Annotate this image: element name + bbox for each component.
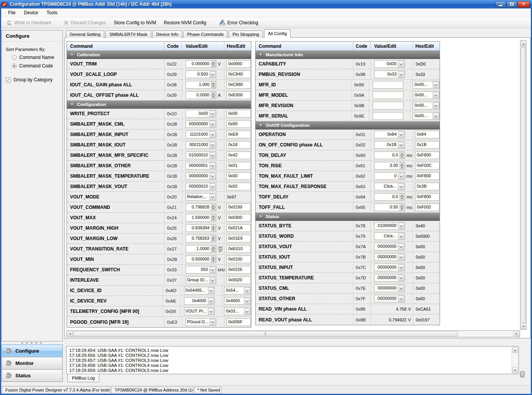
toolbar-restore-nvm-config[interactable]: Restore NVM Config [161, 19, 209, 27]
hex-editbox[interactable]: 0x0226 [226, 266, 251, 274]
log-scroll-up-button[interactable] [512, 347, 518, 353]
dropdown-arrow-icon[interactable] [398, 244, 404, 250]
spin-up-button[interactable] [400, 152, 404, 155]
dropdown-arrow-icon[interactable] [398, 264, 404, 271]
dropdown-arrow-icon[interactable] [398, 71, 404, 77]
dropdown-arrow-icon[interactable] [208, 308, 214, 314]
dropdown-arrow-icon[interactable] [244, 308, 250, 314]
spin-up-button[interactable] [211, 246, 216, 249]
value-dropdown[interactable]: Group ID... [186, 276, 216, 284]
section-header-on-off-configuration[interactable]: ▼On/Off Configuration [256, 121, 440, 129]
value-dropdown[interactable]: 00000001 [186, 162, 216, 170]
hex-editbox[interactable]: 0xE010 [226, 245, 251, 253]
value-spinbox[interactable]: 1.500000 [186, 214, 216, 222]
radio-command-name[interactable]: Command Name [12, 55, 62, 60]
hex-editbox[interactable]: 0x42 [226, 151, 251, 159]
value-textbox[interactable] [373, 91, 403, 99]
dropdown-arrow-icon[interactable] [209, 267, 216, 273]
value-dropdown[interactable]: 00011000 [186, 141, 216, 149]
value-spinbox[interactable]: 0.000000 [186, 60, 216, 68]
checkbox-group-by-category[interactable]: ✓Group by Category [6, 77, 62, 82]
spin-down-button[interactable] [211, 218, 216, 221]
maximize-button[interactable] [507, 1, 517, 8]
vertical-scrollbar[interactable] [520, 40, 527, 330]
hex-editbox[interactable]: 0x3B [415, 183, 440, 190]
value-dropdown[interactable]: Click... [374, 183, 405, 190]
vertical-scrollbar-thumb[interactable] [521, 47, 526, 323]
hex-editbox[interactable]: 0xE8 [226, 131, 251, 138]
value-dropdown[interactable]: PGood O... [186, 318, 216, 326]
column-header-command[interactable]: Command [67, 42, 164, 50]
dropdown-arrow-icon[interactable] [398, 142, 404, 148]
dropdown-arrow-icon[interactable] [433, 82, 439, 88]
toolbar-error-checking[interactable]: Error Checking [216, 18, 261, 27]
value-dropdown[interactable]: 00000010 [186, 183, 216, 190]
column-header-code[interactable]: Code [164, 42, 182, 50]
section-header-configuration[interactable]: ▼Configuration [67, 101, 251, 109]
spin-up-button[interactable] [211, 256, 216, 259]
spin-up-button[interactable] [211, 204, 216, 207]
value-dropdown[interactable]: 00000000 [186, 120, 216, 128]
dropdown-arrow-icon[interactable] [209, 131, 216, 138]
section-header-status[interactable]: ▼Status [256, 213, 440, 221]
section-header-manufacturer-info[interactable]: ▼Manufacturer Info [256, 51, 440, 59]
hex-editbox[interactable]: 0xE000 [226, 91, 251, 99]
column-header-hex-edit[interactable]: Hex/Edit [224, 42, 251, 50]
hex-editbox[interactable]: 0xF800 [415, 193, 440, 201]
tab-pmbus-log[interactable]: PMBus Log [67, 374, 99, 382]
value-textbox[interactable] [373, 112, 403, 120]
scrollbar-track[interactable] [458, 331, 514, 336]
dropdown-arrow-icon[interactable] [209, 163, 216, 169]
value-dropdown[interactable]: 0 [374, 172, 405, 180]
value-spinbox[interactable]: 0.0 [374, 151, 405, 159]
dropdown-arrow-icon[interactable] [209, 142, 216, 148]
scroll-left-button[interactable] [67, 331, 73, 336]
hex-dropdown[interactable]: 0x03... [224, 308, 251, 315]
hex-editbox[interactable]: 0x1B [415, 141, 440, 149]
horizontal-scrollbar-thumb[interactable] [73, 331, 458, 336]
value-dropdown[interactable]: 0x1B [374, 141, 405, 149]
value-spinbox[interactable]: 0.500000 [186, 255, 216, 263]
dropdown-arrow-icon[interactable] [209, 173, 216, 179]
value-dropdown[interactable]: 11101000 [186, 131, 216, 138]
dropdown-arrow-icon[interactable] [244, 298, 250, 304]
value-dropdown[interactable]: 0x54495... [184, 287, 215, 294]
dropdown-arrow-icon[interactable] [398, 61, 404, 67]
value-spinbox[interactable]: 0.839394 [186, 224, 216, 232]
hex-editbox[interactable]: 0xC880 [226, 81, 251, 89]
tab-smbalert-mask[interactable]: SMBALERT# Mask [105, 30, 151, 38]
hex-editbox[interactable]: 0x0300 [226, 214, 251, 222]
horizontal-scrollbar[interactable] [66, 330, 520, 337]
spin-down-button[interactable] [211, 228, 216, 231]
toolbar-store-config-to-nvm[interactable]: Store Config to NVM [111, 19, 159, 27]
value-spinbox[interactable]: 1.000 [186, 81, 216, 89]
spin-up-button[interactable] [211, 235, 216, 239]
menu-file[interactable]: File [4, 9, 19, 16]
hex-dropdown[interactable]: 0x00... [413, 81, 440, 89]
hex-editbox[interactable]: 0xF002 [415, 203, 440, 211]
dropdown-arrow-icon[interactable] [398, 296, 404, 302]
value-dropdown[interactable]: 0x4000 [184, 297, 215, 305]
value-dropdown[interactable]: VOUT: Pr... [184, 308, 215, 315]
scroll-up-button[interactable] [521, 41, 526, 47]
sidebar-splitter-handle[interactable]: ■ ■ ■ ■ ■ [2, 341, 63, 344]
value-dropdown[interactable]: 00000000 [374, 295, 405, 303]
dropdown-arrow-icon[interactable] [209, 319, 216, 325]
hex-editbox[interactable]: 0x0000 [226, 60, 251, 68]
nav-configure[interactable]: tiConfigure [2, 345, 63, 357]
dropdown-arrow-icon[interactable] [398, 233, 404, 239]
value-spinbox[interactable]: 0.0000 [186, 91, 216, 99]
dropdown-arrow-icon[interactable] [398, 254, 404, 260]
value-dropdown[interactable]: 0.500 [186, 71, 216, 78]
nav-monitor[interactable]: tiMonitor [2, 357, 63, 370]
hex-dropdown[interactable]: 0x00... [413, 91, 440, 99]
hex-editbox[interactable]: 0x84 [415, 131, 440, 138]
column-header-code[interactable]: Code [353, 42, 370, 50]
dropdown-arrow-icon[interactable] [209, 111, 216, 117]
dropdown-arrow-icon[interactable] [209, 183, 216, 190]
value-spinbox[interactable]: 3.00 [374, 162, 405, 170]
hex-editbox[interactable]: 0x01 [226, 162, 251, 170]
dropdown-arrow-icon[interactable] [209, 277, 216, 283]
column-header-command[interactable]: Command [256, 42, 353, 50]
value-spinbox[interactable]: 0.758263 [186, 235, 216, 242]
